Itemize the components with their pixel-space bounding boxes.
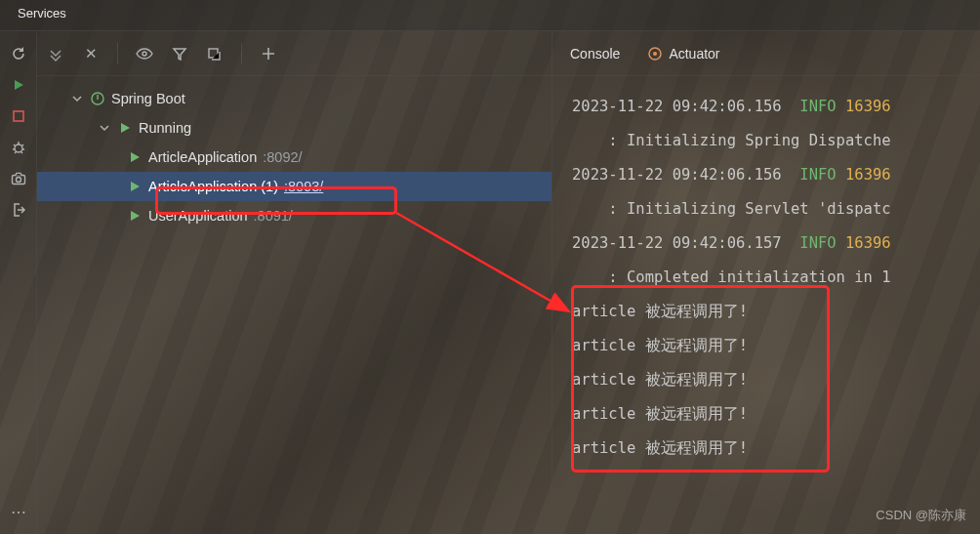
chevron-down-icon bbox=[98, 121, 111, 135]
run-icon bbox=[127, 208, 143, 224]
svg-point-1 bbox=[15, 144, 22, 152]
eye-icon[interactable] bbox=[136, 45, 153, 62]
run-icon bbox=[117, 120, 133, 136]
tree-app-article-8092[interactable]: ArticleApplication :8092/ bbox=[37, 143, 551, 172]
actuator-icon bbox=[647, 46, 663, 62]
chevron-down-icon bbox=[70, 92, 84, 105]
tree-label: Running bbox=[139, 120, 191, 136]
tab-label: Actuator bbox=[669, 46, 719, 62]
rerun-icon[interactable] bbox=[10, 45, 27, 62]
tree-node-running[interactable]: Running bbox=[37, 113, 551, 143]
tab-actuator[interactable]: Actuator bbox=[647, 46, 719, 62]
console-output[interactable]: 2023-11-22 09:42:06.156 INFO 16396 : Ini… bbox=[552, 76, 980, 466]
tree-node-spring-boot[interactable]: Spring Boot bbox=[37, 84, 551, 113]
console-panel: Console Actuator 2023-11-22 09:42:06.156… bbox=[552, 31, 980, 534]
tree-label: Spring Boot bbox=[111, 91, 185, 106]
run-icon bbox=[127, 179, 143, 194]
debug-icon[interactable] bbox=[10, 139, 27, 156]
expand-down-icon[interactable] bbox=[47, 45, 64, 62]
console-tabs: Console Actuator bbox=[552, 31, 980, 76]
app-name: ArticleApplication bbox=[148, 149, 257, 165]
services-tree: Spring Boot Running ArticleApplication :… bbox=[37, 76, 551, 238]
main-area: ⋯ ✕ bbox=[0, 31, 980, 534]
tree-app-user-8091[interactable]: UserApplication :8091/ bbox=[37, 201, 551, 230]
spring-boot-icon bbox=[90, 91, 105, 106]
svg-point-4 bbox=[143, 52, 146, 56]
add-icon[interactable] bbox=[260, 45, 277, 62]
tree-toolbar: ✕ bbox=[37, 31, 551, 76]
more-icon[interactable]: ⋯ bbox=[10, 503, 27, 520]
services-tree-panel: ✕ Spring B bbox=[37, 31, 552, 534]
tree-app-article-8093[interactable]: ArticleApplication (1) :8093/ bbox=[37, 172, 551, 201]
svg-point-3 bbox=[16, 178, 20, 183]
toolbar-separator bbox=[241, 43, 242, 64]
filter-icon[interactable] bbox=[171, 45, 188, 62]
app-name: UserApplication bbox=[148, 208, 248, 224]
toolbar-separator bbox=[117, 43, 118, 64]
run-icon bbox=[127, 149, 143, 165]
stop-icon[interactable] bbox=[10, 107, 27, 125]
tab-console[interactable]: Console bbox=[570, 46, 620, 62]
svg-rect-0 bbox=[14, 111, 23, 121]
svg-point-8 bbox=[653, 52, 657, 56]
app-port: :8092/ bbox=[263, 149, 302, 165]
camera-icon[interactable] bbox=[10, 170, 27, 187]
exit-icon[interactable] bbox=[10, 201, 27, 219]
app-port: :8093/ bbox=[284, 179, 323, 194]
app-port: :8091/ bbox=[254, 208, 293, 224]
title-bar: Services bbox=[0, 0, 980, 31]
app-name: ArticleApplication (1) bbox=[148, 179, 278, 194]
watermark: CSDN @陈亦康 bbox=[876, 507, 966, 524]
layout-icon[interactable] bbox=[206, 45, 224, 62]
close-x-icon[interactable]: ✕ bbox=[82, 45, 100, 62]
run-tiny-icon[interactable] bbox=[10, 76, 27, 94]
left-rail: ⋯ bbox=[0, 31, 37, 534]
title-text: Services bbox=[18, 6, 66, 21]
